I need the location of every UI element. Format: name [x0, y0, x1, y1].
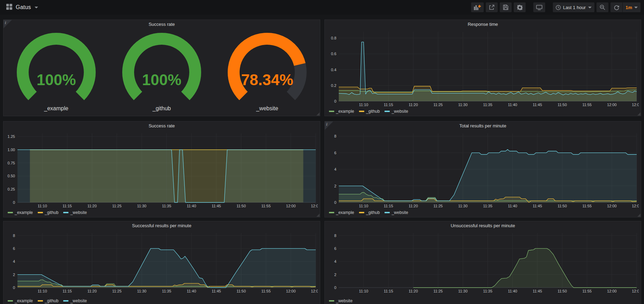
chart-canvas: 00.250.500.751.001.2511:1011:1511:2011:2…	[5, 131, 318, 209]
x-tick-label: 11:15	[384, 204, 393, 208]
legend-swatch	[385, 212, 390, 213]
x-tick-label: 11:15	[63, 289, 72, 293]
panel-title[interactable]: Response time	[325, 20, 641, 29]
x-tick-label: 11:30	[458, 204, 468, 208]
settings-gear-button[interactable]	[514, 2, 526, 12]
legend-item-_github[interactable]: _github	[38, 210, 58, 215]
refresh-interval-picker[interactable]: 1m	[623, 2, 641, 12]
x-tick-label: 11:40	[508, 289, 517, 293]
x-tick-label: 12:05	[632, 103, 639, 107]
y-tick-label: 6	[13, 246, 15, 251]
x-tick-label: 11:10	[38, 289, 47, 293]
legend-item-_example[interactable]: _example	[329, 210, 354, 215]
legend-item-_website[interactable]: _website	[63, 210, 87, 215]
x-tick-label: 11:55	[582, 204, 592, 208]
unsuccessful-results-chart[interactable]: 0246811:1011:1511:2011:2511:3011:3511:40…	[326, 231, 639, 294]
x-tick-label: 11:10	[359, 103, 368, 107]
x-tick-label: 12:05	[311, 204, 318, 208]
panel-info-icon[interactable]: i	[325, 121, 333, 130]
x-tick-label: 11:40	[187, 289, 196, 293]
tv-cycle-button[interactable]	[533, 2, 545, 12]
save-button[interactable]	[500, 2, 512, 12]
legend-item-_website[interactable]: _website	[63, 298, 87, 303]
panel-info-icon[interactable]: i	[3, 20, 12, 28]
legend-item-_website[interactable]: _website	[385, 210, 408, 215]
legend-label: _github	[45, 210, 58, 215]
chart-legend: _website	[329, 298, 352, 304]
gauge-_website: 78.34%_website	[224, 32, 311, 112]
x-tick-label: 12:00	[607, 289, 617, 293]
dashboards-grid-icon[interactable]	[6, 4, 12, 11]
panel-title[interactable]: Total results per minute	[325, 121, 641, 131]
legend-swatch	[359, 111, 364, 112]
legend-item-_github[interactable]: _github	[359, 109, 380, 114]
legend-label: _website	[70, 210, 87, 215]
legend-item-_github[interactable]: _github	[38, 298, 58, 303]
chevron-down-icon	[634, 7, 638, 8]
x-tick-label: 11:30	[458, 103, 468, 107]
panel-successful-results: Successful results per minute 0246811:10…	[3, 221, 320, 304]
chart-legend: _example_github_website	[329, 210, 408, 215]
x-tick-label: 11:50	[557, 103, 567, 107]
chart-canvas: 0246811:1011:1511:2011:2511:3011:3511:40…	[5, 231, 318, 294]
x-tick-label: 12:05	[632, 204, 639, 208]
y-tick-label: 1.25	[8, 134, 15, 139]
panel-title[interactable]: Unsuccessful results per minute	[325, 221, 641, 230]
time-range-picker[interactable]: Last 1 hour	[553, 2, 594, 12]
response-time-chart[interactable]: 00.20.40.60.811:1011:1511:2011:2511:3011…	[326, 30, 639, 107]
legend-swatch	[329, 212, 334, 213]
x-tick-label: 11:15	[384, 103, 393, 107]
x-tick-label: 11:25	[112, 204, 122, 208]
total-results-chart[interactable]: 0246811:1011:1511:2011:2511:3011:3511:40…	[326, 131, 639, 209]
legend-item-_example[interactable]: _example	[8, 210, 33, 215]
panel-resize-handle[interactable]	[637, 214, 641, 217]
x-tick-label: 11:45	[533, 204, 542, 208]
gauge-_example: 100%_example	[13, 32, 100, 112]
x-tick-label: 11:25	[112, 289, 122, 293]
dashboard-title[interactable]: Gatus	[16, 4, 31, 10]
legend-item-_website[interactable]: _website	[329, 298, 352, 303]
x-tick-label: 11:40	[508, 103, 517, 107]
time-range-label: Last 1 hour	[563, 5, 586, 10]
y-tick-label: 1.00	[8, 148, 15, 152]
navbar-actions: Last 1 hour 1m	[471, 2, 641, 12]
legend-swatch	[359, 212, 364, 213]
panel-resize-handle[interactable]	[316, 112, 320, 116]
share-button[interactable]	[486, 2, 498, 12]
x-tick-label: 11:20	[409, 289, 418, 293]
dashboard-picker[interactable]: Gatus	[6, 4, 38, 11]
y-tick-label: 6	[334, 246, 336, 251]
legend-item-_website[interactable]: _website	[385, 109, 408, 114]
y-tick-label: 0.50	[8, 174, 15, 178]
legend-item-_example[interactable]: _example	[8, 298, 33, 303]
x-tick-label: 11:20	[87, 204, 97, 208]
x-tick-label: 12:00	[286, 204, 296, 208]
panel-title[interactable]: Success rate	[3, 20, 320, 29]
y-tick-label: 2	[13, 273, 15, 277]
chart-legend: _example_github_website	[8, 298, 87, 304]
legend-swatch	[8, 300, 13, 302]
successful-results-chart[interactable]: 0246811:1011:1511:2011:2511:3011:3511:40…	[5, 231, 318, 294]
y-tick-label: 0.4	[331, 68, 336, 72]
x-tick-label: 11:35	[162, 204, 171, 208]
x-tick-label: 12:05	[311, 289, 318, 293]
y-tick-label: 0	[13, 286, 15, 290]
add-panel-button[interactable]	[471, 2, 484, 12]
x-tick-label: 11:15	[384, 289, 393, 293]
panel-resize-handle[interactable]	[316, 214, 320, 217]
legend-label: _example	[336, 210, 354, 215]
refresh-button[interactable]	[610, 2, 622, 12]
panel-title[interactable]: Successful results per minute	[3, 221, 320, 230]
panel-success-rate-gauges: i Success rate 100%_example100%_github78…	[3, 20, 320, 116]
x-tick-label: 11:55	[582, 103, 592, 107]
legend-item-_example[interactable]: _example	[329, 109, 354, 114]
legend-item-_github[interactable]: _github	[359, 210, 380, 215]
success-rate-chart[interactable]: 00.250.500.751.001.2511:1011:1511:2011:2…	[5, 131, 318, 209]
panel-title[interactable]: Success rate	[3, 121, 320, 131]
panel-resize-handle[interactable]	[637, 112, 641, 116]
legend-label: _github	[366, 210, 380, 215]
zoom-out-button[interactable]	[597, 2, 608, 12]
x-tick-label: 11:40	[508, 204, 517, 208]
x-tick-label: 11:50	[557, 289, 567, 293]
legend-swatch	[63, 300, 68, 302]
